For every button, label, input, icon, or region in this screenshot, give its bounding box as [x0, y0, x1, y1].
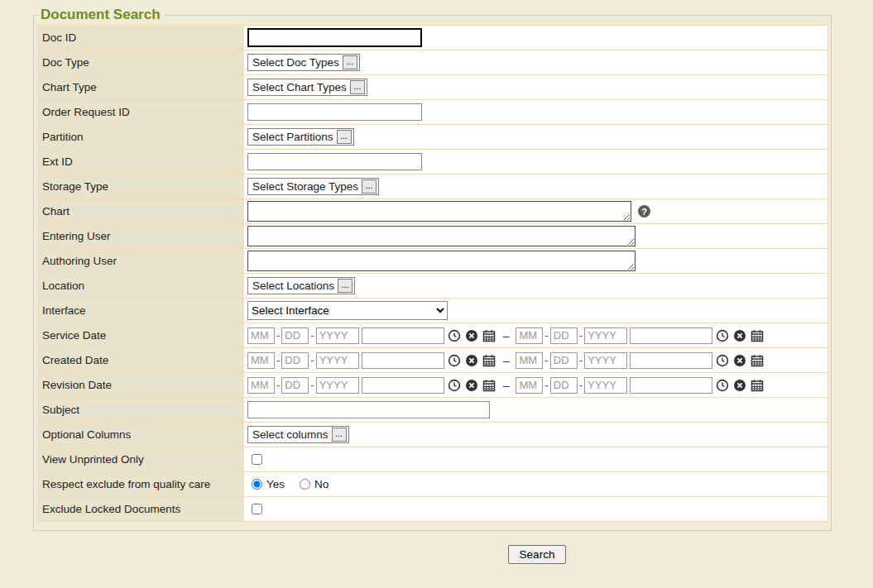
location-picker[interactable]: Select Locations ... [247, 277, 355, 294]
day-input[interactable] [550, 327, 578, 344]
date-separator: - [579, 354, 583, 366]
row-label: Service Date [37, 323, 244, 347]
clock-icon[interactable] [715, 353, 730, 368]
service-date-from-group: - - [247, 327, 496, 344]
date-separator: - [310, 329, 314, 342]
clear-icon[interactable] [464, 378, 479, 393]
optional-columns-picker-text: Select columns [252, 428, 329, 441]
day-input[interactable] [550, 377, 578, 394]
doc-type-browse-button[interactable]: ... [343, 55, 357, 69]
storage-type-picker-text: Select Storage Types [252, 180, 358, 193]
chart-type-browse-button[interactable]: ... [350, 80, 365, 94]
time-input[interactable] [630, 352, 712, 369]
day-input[interactable] [281, 352, 309, 369]
row-label: Entering User [37, 224, 244, 248]
partition-browse-button[interactable]: ... [337, 130, 352, 144]
clock-icon[interactable] [447, 378, 462, 393]
calendar-icon[interactable] [482, 378, 496, 393]
date-separator: - [276, 329, 280, 342]
form-row-doc-id: Doc ID [37, 26, 827, 50]
document-search-fieldset: Document Search Doc ID Doc Type Select D… [33, 7, 832, 531]
time-input[interactable] [362, 327, 444, 344]
clock-icon[interactable] [447, 353, 462, 368]
date-range-separator: – [503, 379, 510, 392]
month-input[interactable] [247, 377, 275, 394]
search-form: Doc ID Doc Type Select Doc Types ... Cha… [37, 25, 828, 522]
date-range-separator: – [503, 354, 510, 367]
time-input[interactable] [362, 377, 444, 394]
date-separator: - [579, 379, 583, 391]
quality-care-no-radio[interactable] [300, 479, 310, 490]
chart-type-picker[interactable]: Select Chart Types ... [247, 79, 367, 96]
help-icon[interactable]: ? [638, 205, 650, 218]
calendar-icon[interactable] [482, 353, 496, 368]
optional-columns-browse-button[interactable]: ... [332, 428, 347, 442]
time-input[interactable] [362, 352, 444, 369]
row-label: Optional Columns [37, 423, 244, 447]
row-label: Partition [37, 125, 244, 149]
entering-user-input[interactable] [247, 226, 636, 246]
form-row-chart: Chart ? [37, 199, 827, 224]
location-browse-button[interactable]: ... [338, 279, 353, 293]
storage-type-picker[interactable]: Select Storage Types ... [247, 178, 379, 195]
authoring-user-input[interactable] [247, 251, 636, 271]
date-separator: - [544, 379, 548, 391]
search-button[interactable]: Search [508, 545, 567, 564]
optional-columns-picker[interactable]: Select columns ... [247, 426, 349, 443]
quality-care-yes-radio[interactable] [252, 479, 262, 490]
interface-select[interactable]: Select Interface [247, 301, 448, 320]
form-row-authoring-user: Authoring User [37, 249, 827, 274]
calendar-icon[interactable] [750, 378, 765, 393]
month-input[interactable] [247, 352, 275, 369]
month-input[interactable] [516, 327, 543, 344]
subject-input[interactable] [247, 401, 490, 418]
row-label: Subject [37, 398, 244, 422]
time-input[interactable] [630, 377, 712, 394]
year-input[interactable] [316, 327, 359, 344]
calendar-icon[interactable] [750, 328, 765, 343]
doc-type-picker-text: Select Doc Types [252, 56, 339, 69]
year-input[interactable] [584, 377, 627, 394]
chart-input[interactable] [247, 201, 631, 222]
day-input[interactable] [281, 327, 309, 344]
ext-id-input[interactable] [247, 153, 422, 170]
row-label: Doc ID [37, 26, 244, 50]
storage-type-browse-button[interactable]: ... [362, 179, 377, 194]
form-row-location: Location Select Locations ... [37, 274, 827, 299]
day-input[interactable] [550, 352, 578, 369]
form-row-partition: Partition Select Partitions ... [37, 125, 827, 150]
form-row-chart-type: Chart Type Select Chart Types ... [37, 75, 827, 100]
calendar-icon[interactable] [482, 328, 496, 343]
year-input[interactable] [584, 327, 627, 344]
month-input[interactable] [516, 377, 543, 394]
month-input[interactable] [247, 327, 275, 344]
calendar-icon[interactable] [750, 353, 765, 368]
clock-icon[interactable] [715, 378, 730, 393]
row-label: Revision Date [37, 373, 244, 397]
clear-icon[interactable] [464, 328, 479, 343]
clear-icon[interactable] [732, 353, 747, 368]
clock-icon[interactable] [715, 328, 730, 343]
exclude-locked-checkbox[interactable] [252, 504, 262, 514]
view-unprinted-checkbox[interactable] [252, 454, 262, 465]
row-label: Chart Type [37, 75, 244, 99]
time-input[interactable] [630, 327, 712, 344]
clear-icon[interactable] [732, 328, 747, 343]
form-row-service-date: Service Date - - – - [37, 323, 827, 348]
clear-icon[interactable] [464, 353, 479, 368]
doc-type-picker[interactable]: Select Doc Types ... [247, 54, 360, 71]
form-actions: Search [242, 545, 832, 564]
year-input[interactable] [584, 352, 627, 369]
year-input[interactable] [316, 377, 359, 394]
doc-id-input[interactable] [247, 28, 422, 47]
form-row-entering-user: Entering User [37, 224, 827, 249]
row-label: Ext ID [37, 150, 244, 174]
year-input[interactable] [316, 352, 359, 369]
month-input[interactable] [516, 352, 543, 369]
partition-picker[interactable]: Select Partitions ... [247, 128, 354, 146]
row-label: Doc Type [37, 50, 244, 74]
order-request-id-input[interactable] [247, 103, 422, 121]
clock-icon[interactable] [447, 328, 462, 343]
day-input[interactable] [281, 377, 309, 394]
clear-icon[interactable] [732, 378, 747, 393]
